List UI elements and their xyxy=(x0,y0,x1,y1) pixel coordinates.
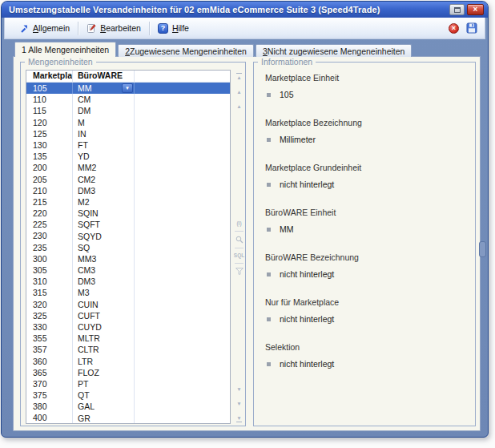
filter-icon[interactable] xyxy=(235,268,243,275)
table-row[interactable]: 110 CM ▼ xyxy=(26,94,230,105)
field-info-icon[interactable]: (I) xyxy=(236,220,241,227)
info-section: Marketplace Grundeinheit nicht hinterleg… xyxy=(265,163,470,189)
app-window: Umsetzungstabelle Versandeinheiten für 0… xyxy=(1,1,489,438)
scroll-up-icon[interactable]: ▲ xyxy=(236,103,241,109)
column-header-buroware[interactable]: BüroWARE xyxy=(73,71,135,82)
table-row[interactable]: 300 MM3 ▼ xyxy=(26,253,230,264)
cell-buroware-value: GR xyxy=(78,413,91,424)
table-row[interactable]: 375 QT ▼ xyxy=(26,389,230,401)
toolbar: Allgemein Bearbeiten ? Hilfe × xyxy=(4,18,485,39)
table-row[interactable]: 370 PT ▼ xyxy=(26,378,230,389)
informationen-groupbox: Informationen Marketplace Einheit 105 xyxy=(253,62,476,426)
table-row[interactable]: 105 MM ▼ xyxy=(26,83,230,94)
cell-marketplace: 360 xyxy=(26,356,73,367)
table-row[interactable]: 310 DM3 ▼ xyxy=(26,276,230,287)
table-row[interactable]: 215 M2 ▼ xyxy=(26,196,230,208)
cell-empty xyxy=(135,117,230,128)
table-row[interactable]: 220 SQIN ▼ xyxy=(26,208,230,219)
cancel-button[interactable]: × xyxy=(449,23,459,34)
table-row[interactable]: 210 DM3 ▼ xyxy=(26,185,230,196)
cell-empty xyxy=(135,276,230,287)
scroll-page-up-icon[interactable]: ▲ xyxy=(236,89,241,95)
cell-empty xyxy=(135,242,230,253)
cell-marketplace: 380 xyxy=(26,401,73,412)
cell-empty xyxy=(135,94,230,105)
scroll-last-icon[interactable]: ▼ xyxy=(236,415,242,422)
dropdown-button[interactable]: ▼ xyxy=(122,83,133,93)
cell-buroware: DM3 ▼ xyxy=(73,276,135,287)
table-row[interactable]: 125 IN ▼ xyxy=(26,128,230,139)
hilfe-button[interactable]: ? Hilfe xyxy=(154,22,193,35)
scroll-down-icon[interactable]: ▼ xyxy=(236,386,241,392)
maximize-button[interactable] xyxy=(449,4,465,15)
table-row[interactable]: 225 SQFT ▼ xyxy=(26,219,230,230)
allgemein-button[interactable]: Allgemein xyxy=(15,22,74,34)
table-row[interactable]: 380 GAL ▼ xyxy=(26,401,230,412)
table-row[interactable]: 357 CLTR ▼ xyxy=(26,344,230,355)
cell-marketplace: 130 xyxy=(26,139,73,151)
table-row[interactable]: 355 MLTR ▼ xyxy=(26,333,230,344)
table-row[interactable]: 230 SQYD ▼ xyxy=(26,230,230,241)
cell-buroware-value: MLTR xyxy=(78,333,100,344)
window-title: Umsetzungstabelle Versandeinheiten für 0… xyxy=(9,5,449,14)
table-row[interactable]: 120 M ▼ xyxy=(26,117,230,128)
cell-marketplace: 135 xyxy=(26,151,73,162)
tab-alle-mengeneinheiten[interactable]: 1 Alle Mengeneinheiten xyxy=(14,42,116,57)
table-row[interactable]: 320 CUIN ▼ xyxy=(26,299,230,310)
cell-marketplace: 300 xyxy=(26,253,73,264)
cell-buroware-value: CM xyxy=(78,94,91,105)
cell-buroware-value: CUYD xyxy=(78,321,102,333)
info-value: nicht hinterlegt xyxy=(280,314,334,324)
titlebar-buttons: × xyxy=(449,4,484,15)
cell-buroware: DM3 ▼ xyxy=(73,185,135,196)
cell-buroware: SQFT ▼ xyxy=(73,219,135,230)
column-header-marketplace[interactable]: Marketplace xyxy=(26,71,73,82)
titlebar[interactable]: Umsetzungstabelle Versandeinheiten für 0… xyxy=(2,2,488,18)
cell-buroware-value: FT xyxy=(78,139,88,151)
table-row[interactable]: 235 SQ ▼ xyxy=(26,242,230,253)
scroll-first-icon[interactable]: ▲ xyxy=(236,73,242,80)
info-label: Selektion xyxy=(265,342,470,352)
cell-empty xyxy=(135,378,230,389)
cell-empty xyxy=(135,310,230,321)
cell-empty xyxy=(135,412,230,423)
toolbar-separator xyxy=(78,22,78,35)
window-resize-grip[interactable] xyxy=(479,241,486,257)
table-row[interactable]: 315 M3 ▼ xyxy=(26,287,230,298)
table-row[interactable]: 325 CUFT ▼ xyxy=(26,310,230,321)
tab-nicht-zugewiesene-mengeneinheiten[interactable]: 3 Nicht zugewiesene Mengeneinheiten xyxy=(256,44,412,57)
table-row[interactable]: 330 CUYD ▼ xyxy=(26,321,230,333)
info-value: Millimeter xyxy=(280,135,316,144)
table-row[interactable]: 360 LTR ▼ xyxy=(26,356,230,367)
nav-down-group: ▼ ▼ ▼ xyxy=(236,386,242,422)
save-button[interactable] xyxy=(466,22,477,34)
cell-marketplace: 370 xyxy=(26,378,73,389)
table-row[interactable]: 115 DM ▼ xyxy=(26,105,230,116)
table-row[interactable]: 305 CM3 ▼ xyxy=(26,264,230,276)
bullet-icon xyxy=(267,317,271,321)
bearbeiten-button[interactable]: Bearbeiten xyxy=(82,22,145,35)
search-icon[interactable] xyxy=(235,236,243,244)
table-row[interactable]: 365 FLOZ ▼ xyxy=(26,367,230,378)
table-row[interactable]: 205 CM2 ▼ xyxy=(26,174,230,185)
scroll-page-down-icon[interactable]: ▼ xyxy=(236,401,241,406)
table-row[interactable]: 135 YD ▼ xyxy=(26,151,230,162)
tab-zugewiesene-mengeneinheiten[interactable]: 2 Zugewiesene Mengeneinheiten xyxy=(118,44,254,57)
cell-buroware-value: CUIN xyxy=(78,299,99,310)
edit-page-icon xyxy=(87,23,96,34)
cell-marketplace: 400 xyxy=(26,412,73,423)
sql-icon[interactable]: SQL xyxy=(234,252,244,259)
cell-buroware-value: CUFT xyxy=(78,310,100,321)
close-button[interactable]: × xyxy=(467,4,484,15)
cell-buroware: MM ▼ xyxy=(73,83,135,94)
cell-empty xyxy=(135,174,230,185)
table-row[interactable]: 400 GR ▼ xyxy=(26,412,230,423)
cell-buroware-value: SQYD xyxy=(78,231,102,242)
mengeneinheiten-group-label: Mengeneinheiten xyxy=(25,57,96,67)
cell-buroware: M2 ▼ xyxy=(73,196,135,208)
maximize-icon xyxy=(454,7,461,13)
cell-empty xyxy=(135,83,230,94)
table-row[interactable]: 130 FT ▼ xyxy=(26,139,230,151)
cell-buroware: CM2 ▼ xyxy=(73,174,135,185)
table-row[interactable]: 200 MM2 ▼ xyxy=(26,162,230,173)
